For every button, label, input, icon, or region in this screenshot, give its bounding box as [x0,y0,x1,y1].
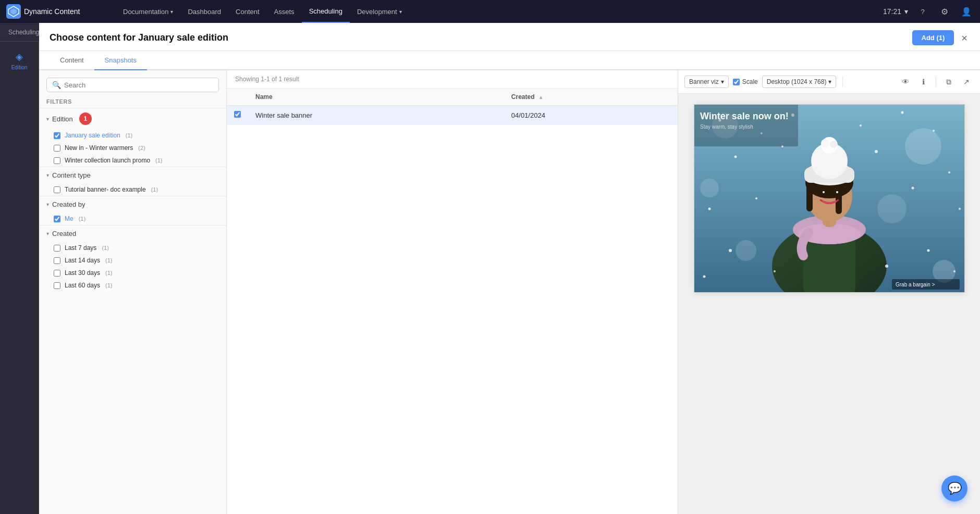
filter-option-me[interactable]: Me (1) [39,212,226,225]
app-title: Dynamic Content [24,7,80,16]
filter-option-label: January sale edition [65,132,120,139]
preview-content: Winter sale now on! Stay warm, stay styl… [678,94,980,514]
nav-scheduling[interactable]: Scheduling [302,0,350,23]
filter-section-header-created-by[interactable]: ▾ Created by [39,196,226,212]
modal-header: Choose content for January sale edition … [39,23,980,51]
filter-option-january-sale[interactable]: January sale edition (1) [39,129,226,142]
results-table: Name Created ▲ [227,89,678,514]
external-link-icon[interactable]: ↗ [959,74,974,89]
info-icon[interactable]: ℹ [916,74,930,89]
tab-snapshots[interactable]: Snapshots [94,51,147,70]
filter-checkbox-last14[interactable] [54,257,60,264]
svg-point-39 [708,208,710,210]
filter-option-count: (2) [138,145,145,151]
row-select-checkbox[interactable] [234,111,241,118]
svg-point-32 [860,124,862,127]
scale-checkbox[interactable] [733,79,740,85]
nav-development[interactable]: Development ▾ [350,0,409,23]
filter-section-header-created[interactable]: ▾ Created [39,225,226,242]
chevron-down-icon: ▾ [46,116,49,122]
toolbar-separator [936,77,936,87]
filter-checkbox-last7[interactable] [54,245,60,252]
add-button[interactable]: Add (1) [912,30,954,45]
table-header-row: Name Created ▲ [227,89,678,106]
app-logo[interactable]: Dynamic Content [6,4,116,19]
filter-checkbox-tutorial-banner[interactable] [54,186,60,193]
filter-checkbox-last60[interactable] [54,282,60,289]
results-area: Showing 1-1 of 1 result Name [227,70,678,514]
preview-toolbar-right: 👁 ℹ ⧉ ↗ [898,74,974,89]
svg-point-40 [755,197,757,199]
device-dropdown[interactable]: Desktop (1024 x 768) ▾ [762,76,837,88]
filter-checkbox-last30[interactable] [54,270,60,277]
search-wrapper: 🔍 [39,78,226,98]
table-header-created[interactable]: Created ▲ [504,89,678,106]
filter-option-last14[interactable]: Last 14 days (1) [39,254,226,267]
filter-checkbox-winter-collection[interactable] [54,157,60,164]
chevron-down-icon: ▾ [46,172,49,178]
filter-checkbox-january-sale[interactable] [54,132,60,139]
filter-section-title-created: Created [52,230,76,237]
filter-checkbox-winter-warmers[interactable] [54,145,60,152]
search-box[interactable]: 🔍 [46,78,219,92]
modal-header-actions: Add (1) × [912,30,970,45]
chat-icon: 💬 [948,482,962,495]
sidebar-item-edition[interactable]: ◈ Edition [2,47,37,74]
table-header-name[interactable]: Name [248,89,504,106]
filter-option-label: New in - Winter warmers [65,144,133,152]
device-label: Desktop (1024 x 768) [767,78,827,85]
filter-option-last30[interactable]: Last 30 days (1) [39,267,226,279]
filter-option-count: (1) [105,282,112,289]
settings-icon[interactable]: ⚙ [937,4,952,19]
nav-content[interactable]: Content [228,0,267,23]
nav-assets[interactable]: Assets [267,0,302,23]
svg-point-34 [933,130,935,132]
svg-point-6 [877,194,906,223]
chevron-down-icon: ▾ [46,231,49,236]
svg-point-35 [734,156,737,158]
table-cell-created: 04/01/2024 [504,106,678,125]
filter-option-last7[interactable]: Last 7 days (1) [39,242,226,254]
clock-display: 17:21 ▾ [883,7,908,16]
viz-type-dropdown[interactable]: Banner viz ▾ [684,76,729,88]
svg-text:Stay warm, stay stylish: Stay warm, stay stylish [700,124,753,130]
search-input[interactable] [64,81,213,89]
filter-section-header-content-type[interactable]: ▾ Content type [39,167,226,183]
filter-option-tutorial-banner[interactable]: Tutorial banner- doc example (1) [39,183,226,196]
table-cell-checkbox[interactable] [227,106,248,125]
breadcrumb[interactable]: Scheduling [8,29,39,36]
help-icon[interactable]: ? [915,4,930,19]
filter-option-label: Last 30 days [65,269,100,277]
tab-content[interactable]: Content [50,51,94,70]
modal-body: 🔍 Filters ▾ Edition 1 [39,70,980,514]
svg-point-27 [823,191,825,193]
modal-title: Choose content for January sale edition [50,32,228,43]
filter-option-winter-collection[interactable]: Winter collection launch promo (1) [39,154,226,167]
profile-icon[interactable]: 👤 [959,4,974,19]
filter-option-last60[interactable]: Last 60 days (1) [39,279,226,292]
svg-point-48 [885,265,888,268]
filter-option-count: (1) [102,245,108,251]
filter-section-header-edition[interactable]: ▾ Edition 1 [39,108,226,129]
nav-right-section: 17:21 ▾ ? ⚙ 👤 [883,4,974,19]
svg-point-26 [833,190,839,197]
close-button[interactable]: × [959,33,970,43]
table-row[interactable]: Winter sale banner 04/01/2024 [227,106,678,125]
chat-button[interactable]: 💬 [941,475,967,502]
sidebar-item-label: Edition [11,65,28,70]
nav-dashboard[interactable]: Dashboard [180,0,228,23]
filter-option-winter-warmers[interactable]: New in - Winter warmers (2) [39,142,226,154]
modal-dialog: Choose content for January sale edition … [39,23,980,514]
svg-point-38 [948,171,950,173]
svg-point-25 [819,190,826,197]
copy-icon[interactable]: ⧉ [941,74,956,89]
filter-option-label: Me [65,215,74,222]
preview-toolbar: Banner viz ▾ Scale Desktop (1024 x 768) … [678,70,980,94]
eye-icon[interactable]: 👁 [898,74,913,89]
filter-checkbox-me[interactable] [54,216,60,222]
nav-documentation[interactable]: Documentation ▾ [116,0,180,23]
filter-option-label: Last 14 days [65,257,100,264]
banner-background: Winter sale now on! Stay warm, stay styl… [694,105,964,292]
filter-option-label: Winter collection launch promo [65,157,150,164]
toolbar-separator [842,77,843,87]
